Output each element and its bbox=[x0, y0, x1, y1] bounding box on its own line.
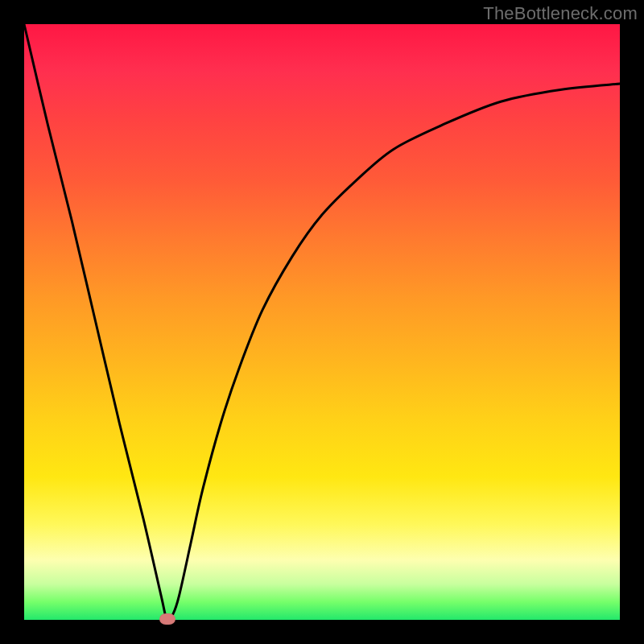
watermark-text: TheBottleneck.com bbox=[483, 3, 638, 24]
optimal-point-marker bbox=[159, 613, 175, 625]
chart-frame: TheBottleneck.com bbox=[0, 0, 644, 644]
bottleneck-curve bbox=[24, 24, 620, 620]
plot-area bbox=[24, 24, 620, 620]
curve-path bbox=[24, 24, 620, 621]
